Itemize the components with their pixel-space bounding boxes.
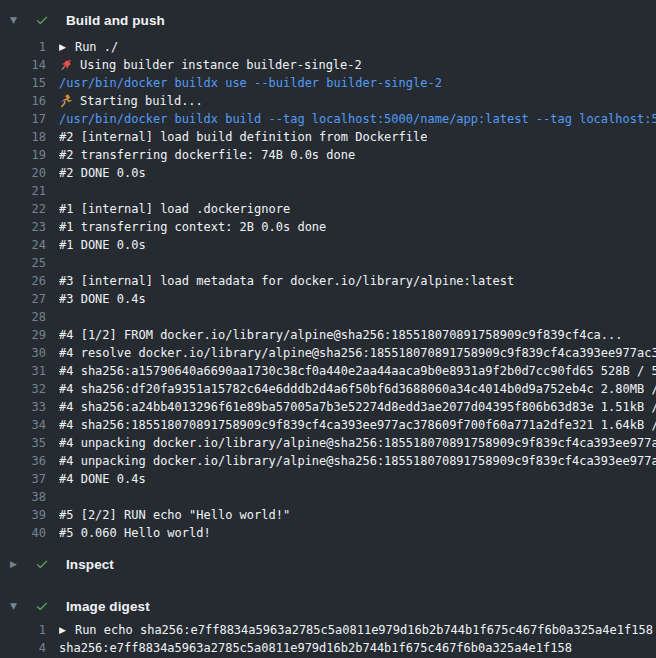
log-line: 15/usr/bin/docker buildx use --builder b… (0, 74, 656, 92)
line-number[interactable]: 34 (0, 416, 46, 434)
line-text: #1 transferring context: 2B 0.0s done (59, 218, 326, 236)
line-number[interactable]: 37 (0, 470, 46, 488)
log-line: 23#1 transferring context: 2B 0.0s done (0, 218, 656, 236)
line-number[interactable]: 27 (0, 290, 46, 308)
check-icon (37, 556, 53, 572)
line-number[interactable]: 23 (0, 218, 46, 236)
log-line: 36#4 unpacking docker.io/library/alpine@… (0, 452, 656, 470)
line-number[interactable]: 17 (0, 110, 46, 128)
section-header-image-digest[interactable]: ▼Image digest (0, 594, 656, 618)
line-number[interactable]: 32 (0, 380, 46, 398)
log-line: 21 (0, 182, 656, 200)
twistie-expanded-icon: ▼ (10, 15, 24, 25)
log-line: 17/usr/bin/docker buildx build --tag loc… (0, 110, 656, 128)
line-number[interactable]: 31 (0, 362, 46, 380)
line-number[interactable]: 24 (0, 236, 46, 254)
line-text: #4 DONE 0.4s (59, 470, 146, 488)
line-text: #4 resolve docker.io/library/alpine@sha2… (59, 344, 656, 362)
line-text: #2 DONE 0.0s (59, 164, 146, 182)
line-content: Starting build... (59, 92, 203, 110)
log-line: 28 (0, 308, 656, 326)
line-number[interactable]: 16 (0, 92, 46, 110)
log-line: 37#4 DONE 0.4s (0, 470, 656, 488)
line-text: Starting build... (80, 92, 203, 110)
log-line: 1▶Run ./ (0, 38, 656, 56)
log-line: 40#5 0.060 Hello world! (0, 524, 656, 542)
line-content: #3 [internal] load metadata for docker.i… (59, 272, 514, 290)
twistie-expanded-icon: ▼ (10, 601, 24, 611)
line-text: #3 [internal] load metadata for docker.i… (59, 272, 514, 290)
line-content: sha256:e7ff8834a5963a2785c5a0811e979d16b… (59, 639, 572, 657)
line-number[interactable]: 4 (0, 639, 46, 657)
line-text: #3 DONE 0.4s (59, 290, 146, 308)
line-number[interactable]: 29 (0, 326, 46, 344)
line-content: /usr/bin/docker buildx use --builder bui… (59, 74, 442, 92)
line-number[interactable]: 21 (0, 182, 46, 200)
line-number[interactable]: 26 (0, 272, 46, 290)
line-text: Run ./ (75, 38, 118, 56)
line-number[interactable]: 28 (0, 308, 46, 326)
log-line: 18#2 [internal] load build definition fr… (0, 128, 656, 146)
log-section-inspect: ▶Inspect (0, 552, 656, 576)
line-content: #4 unpacking docker.io/library/alpine@sh… (59, 434, 656, 452)
line-content: #5 [2/2] RUN echo "Hello world!" (59, 506, 290, 524)
line-number[interactable]: 18 (0, 128, 46, 146)
line-number[interactable]: 22 (0, 200, 46, 218)
section-header-inspect[interactable]: ▶Inspect (0, 552, 656, 576)
line-text: #2 [internal] load build definition from… (59, 128, 427, 146)
twistie-collapsed-icon: ▶ (10, 559, 24, 569)
line-number[interactable]: 20 (0, 164, 46, 182)
line-content: #4 sha256:185518070891758909c9f839cf4ca3… (59, 416, 656, 434)
section-title: Build and push (66, 13, 165, 28)
log-section-build-and-push: ▼Build and push1▶Run ./14Using builder i… (0, 0, 656, 542)
log-line: 34#4 sha256:185518070891758909c9f839cf4c… (0, 416, 656, 434)
expand-group-icon[interactable]: ▶ (59, 621, 66, 639)
line-number[interactable]: 38 (0, 488, 46, 506)
line-number[interactable]: 1 (0, 38, 46, 56)
line-number[interactable]: 33 (0, 398, 46, 416)
line-content: ▶Run ./ (59, 38, 118, 56)
log-line: 14Using builder instance builder-single-… (0, 56, 656, 74)
line-number[interactable]: 19 (0, 146, 46, 164)
workflow-log-viewer: ▼Build and push1▶Run ./14Using builder i… (0, 0, 656, 658)
line-text: /usr/bin/docker buildx build --tag local… (59, 110, 656, 128)
line-content: #1 [internal] load .dockerignore (59, 200, 290, 218)
line-number[interactable]: 36 (0, 452, 46, 470)
line-text: #1 [internal] load .dockerignore (59, 200, 290, 218)
log-line: 16Starting build... (0, 92, 656, 110)
line-number[interactable]: 39 (0, 506, 46, 524)
line-number[interactable]: 40 (0, 524, 46, 542)
line-content: /usr/bin/docker buildx build --tag local… (59, 110, 656, 128)
line-content: #2 DONE 0.0s (59, 164, 146, 182)
log-lines-image-digest: 1▶Run echo sha256:e7ff8834a5963a2785c5a0… (0, 621, 656, 657)
expand-group-icon[interactable]: ▶ (59, 38, 66, 56)
line-content: #4 sha256:a24bb4013296f61e89ba57005a7b3e… (59, 398, 656, 416)
log-line: 1▶Run echo sha256:e7ff8834a5963a2785c5a0… (0, 621, 656, 639)
line-content: #4 unpacking docker.io/library/alpine@sh… (59, 452, 656, 470)
line-text: #4 unpacking docker.io/library/alpine@sh… (59, 434, 656, 452)
line-number[interactable]: 14 (0, 56, 46, 74)
line-text: /usr/bin/docker buildx use --builder bui… (59, 74, 442, 92)
line-number[interactable]: 1 (0, 621, 46, 639)
log-line: 35#4 unpacking docker.io/library/alpine@… (0, 434, 656, 452)
log-line: 26#3 [internal] load metadata for docker… (0, 272, 656, 290)
line-content: #2 transferring dockerfile: 74B 0.0s don… (59, 146, 355, 164)
line-number[interactable]: 30 (0, 344, 46, 362)
line-text: #4 sha256:a15790640a6690aa1730c38cf0a440… (59, 362, 656, 380)
line-number[interactable]: 25 (0, 254, 46, 272)
line-text: #4 sha256:185518070891758909c9f839cf4ca3… (59, 416, 656, 434)
line-content: #4 resolve docker.io/library/alpine@sha2… (59, 344, 656, 362)
line-content: #4 sha256:a15790640a6690aa1730c38cf0a440… (59, 362, 656, 380)
log-line: 29#4 [1/2] FROM docker.io/library/alpine… (0, 326, 656, 344)
line-content: ▶Run echo sha256:e7ff8834a5963a2785c5a08… (59, 621, 653, 639)
section-header-build-and-push[interactable]: ▼Build and push (0, 0, 656, 32)
log-line: 30#4 resolve docker.io/library/alpine@sh… (0, 344, 656, 362)
line-content: #1 transferring context: 2B 0.0s done (59, 218, 326, 236)
line-text: #4 [1/2] FROM docker.io/library/alpine@s… (59, 326, 623, 344)
line-content: #2 [internal] load build definition from… (59, 128, 427, 146)
section-title: Inspect (66, 557, 114, 572)
line-number[interactable]: 15 (0, 74, 46, 92)
line-text: #4 unpacking docker.io/library/alpine@sh… (59, 452, 656, 470)
log-line: 19#2 transferring dockerfile: 74B 0.0s d… (0, 146, 656, 164)
line-number[interactable]: 35 (0, 434, 46, 452)
